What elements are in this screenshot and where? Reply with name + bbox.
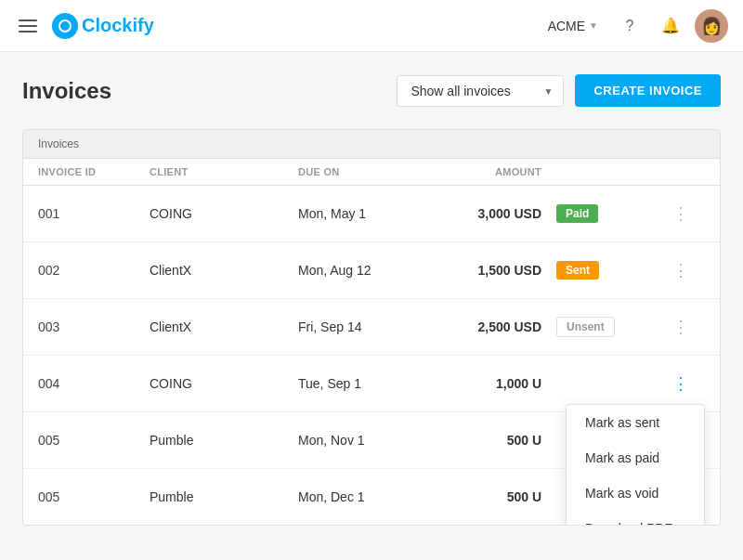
context-menu: Mark as sent Mark as paid Mark as void D… xyxy=(566,404,705,526)
col-header-amount: AMOUNT xyxy=(465,166,556,177)
workspace-chevron-icon: ▼ xyxy=(589,20,598,31)
due-on-cell: Mon, Dec 1 xyxy=(298,475,465,519)
context-menu-item-download-pdf[interactable]: Download PDF xyxy=(567,511,704,526)
invoice-id-cell: 002 xyxy=(38,248,150,293)
invoice-id-cell: 005 xyxy=(38,475,150,519)
actions-cell: ⋮ xyxy=(668,186,705,241)
help-button[interactable]: ? xyxy=(613,9,646,43)
table-row: 001 COING Mon, May 1 3,000 USD Paid ⋮ xyxy=(23,186,720,242)
actions-cell: ⋮ Mark as sent Mark as paid Mark as void… xyxy=(668,356,705,411)
amount-cell: 500 U xyxy=(465,418,556,462)
due-on-cell: Fri, Sep 14 xyxy=(298,305,465,349)
amount-cell: 1,500 USD xyxy=(465,248,556,293)
client-cell: ClientX xyxy=(150,248,298,293)
col-header-invoice-id: INVOICE ID xyxy=(38,166,150,177)
context-menu-item-mark-sent[interactable]: Mark as sent xyxy=(567,405,704,440)
col-header-status xyxy=(556,166,668,177)
bell-icon: 🔔 xyxy=(661,17,680,34)
status-badge-unsent: Unsent xyxy=(556,317,615,337)
due-on-cell: Mon, Aug 12 xyxy=(298,248,465,293)
col-header-client: CLIENT xyxy=(150,166,298,177)
status-cell: Paid xyxy=(556,189,668,238)
notifications-button[interactable]: 🔔 xyxy=(654,9,687,43)
workspace-name: ACME xyxy=(548,19,585,33)
client-cell: Pumble xyxy=(150,418,298,462)
due-on-cell: Mon, May 1 xyxy=(298,191,465,236)
actions-cell: ⋮ xyxy=(668,242,705,298)
invoice-id-cell: 001 xyxy=(38,191,150,236)
table-section-header: Invoices xyxy=(23,130,720,159)
more-options-button[interactable]: ⋮ xyxy=(668,371,694,397)
help-icon: ? xyxy=(626,18,634,34)
more-options-button[interactable]: ⋮ xyxy=(668,314,694,340)
avatar-image: 👩 xyxy=(701,16,722,36)
context-menu-item-mark-void[interactable]: Mark as void xyxy=(567,475,704,511)
header-right: ACME ▼ ? 🔔 👩 xyxy=(541,9,728,43)
invoice-id-cell: 005 xyxy=(38,418,150,462)
actions-cell: ⋮ xyxy=(668,299,705,355)
client-cell: COING xyxy=(150,361,298,406)
invoice-id-cell: 004 xyxy=(38,361,150,406)
app-header: Clockify ACME ▼ ? 🔔 👩 xyxy=(0,0,743,52)
table-row: 002 ClientX Mon, Aug 12 1,500 USD Sent ⋮ xyxy=(23,242,720,299)
amount-cell: 1,000 U xyxy=(465,361,556,406)
col-header-actions xyxy=(668,166,705,177)
page-header: Invoices Show all invoices Paid Sent Uns… xyxy=(22,74,721,107)
due-on-cell: Tue, Sep 1 xyxy=(298,361,465,406)
client-cell: Pumble xyxy=(150,475,298,519)
table-row: 004 COING Tue, Sep 1 1,000 U ⋮ Mark as s… xyxy=(23,356,720,412)
client-cell: ClientX xyxy=(150,305,298,349)
status-badge-sent: Sent xyxy=(556,261,599,280)
more-options-button[interactable]: ⋮ xyxy=(668,257,694,283)
table-row: 003 ClientX Fri, Sep 14 2,500 USD Unsent… xyxy=(23,299,720,356)
status-cell: Sent xyxy=(556,246,668,294)
invoices-table: Invoices INVOICE ID CLIENT DUE ON AMOUNT… xyxy=(22,129,721,526)
filter-wrapper: Show all invoices Paid Sent Unsent Draft xyxy=(397,75,564,107)
logo-text: Clockify xyxy=(82,15,154,36)
amount-cell: 2,500 USD xyxy=(465,305,556,349)
workspace-selector[interactable]: ACME ▼ xyxy=(541,15,606,37)
due-on-cell: Mon, Nov 1 xyxy=(298,418,465,462)
table-column-headers: INVOICE ID CLIENT DUE ON AMOUNT xyxy=(23,159,720,186)
status-badge-paid: Paid xyxy=(556,204,598,223)
client-cell: COING xyxy=(150,191,298,236)
create-invoice-button[interactable]: CREATE INVOICE xyxy=(575,74,721,107)
col-header-due-on: DUE ON xyxy=(298,166,465,177)
status-cell: Unsent xyxy=(556,302,668,352)
page-title: Invoices xyxy=(22,78,111,104)
status-cell xyxy=(556,369,668,398)
filter-select[interactable]: Show all invoices Paid Sent Unsent Draft xyxy=(397,75,564,107)
context-menu-item-mark-paid[interactable]: Mark as paid xyxy=(567,440,704,475)
page-actions: Show all invoices Paid Sent Unsent Draft… xyxy=(397,74,721,107)
invoice-id-cell: 003 xyxy=(38,305,150,349)
amount-cell: 500 U xyxy=(465,475,556,519)
hamburger-icon[interactable] xyxy=(15,16,41,36)
amount-cell: 3,000 USD xyxy=(465,191,556,236)
avatar[interactable]: 👩 xyxy=(695,9,728,43)
main-content: Invoices Show all invoices Paid Sent Uns… xyxy=(0,52,743,526)
header-left: Clockify xyxy=(15,13,154,39)
more-options-button[interactable]: ⋮ xyxy=(668,201,694,227)
logo-icon xyxy=(52,13,78,39)
app-logo[interactable]: Clockify xyxy=(52,13,154,39)
